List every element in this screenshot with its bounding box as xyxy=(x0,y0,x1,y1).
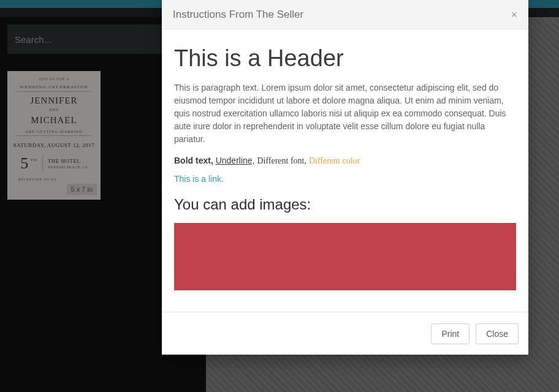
bold-sample: Bold text, xyxy=(174,156,213,165)
sample-image xyxy=(174,223,516,290)
modal-title: Instructions From The Seller xyxy=(173,9,303,21)
sample-link[interactable]: This is a link. xyxy=(174,174,224,184)
modal-paragraph: This is paragraph text. Lorem ipsum dolo… xyxy=(174,81,516,146)
different-font-sample: Different font, xyxy=(257,156,306,165)
different-color-sample: Different color xyxy=(309,156,360,165)
print-button[interactable]: Print xyxy=(431,323,470,344)
modal-heading: This is a Header xyxy=(174,45,516,72)
close-icon[interactable]: × xyxy=(511,9,517,20)
modal-rich-text-line: Bold text, Underline, Different font, Di… xyxy=(174,156,516,166)
modal-subheading: You can add images: xyxy=(174,196,516,213)
instructions-modal: Instructions From The Seller × This is a… xyxy=(162,0,528,355)
modal-header: Instructions From The Seller × xyxy=(162,0,528,29)
underline-sample: Underline, xyxy=(216,156,255,165)
close-button[interactable]: Close xyxy=(476,323,519,344)
modal-body: This is a Header This is paragraph text.… xyxy=(162,29,528,312)
modal-footer: Print Close xyxy=(162,312,528,355)
